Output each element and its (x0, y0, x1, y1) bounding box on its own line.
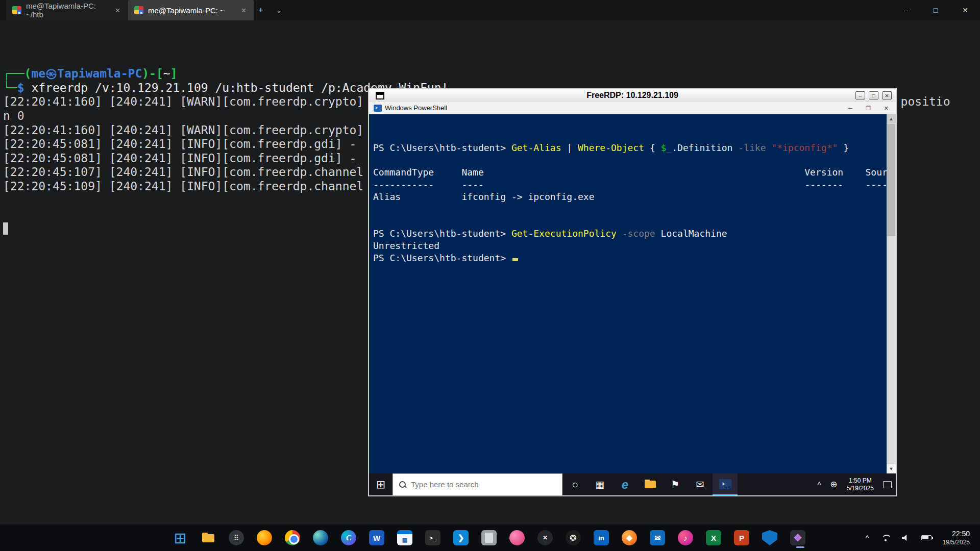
word-glyph: W (373, 534, 380, 542)
volume-icon[interactable] (902, 534, 910, 541)
text-line: PS C:\Users\htb-student> Get-Alias | Whe… (373, 142, 885, 154)
host-taskbar: ⊞⠿CW▦>_❯✕❂in◆✉♪XP❖ ^ 22:50 19/5/2025 (0, 524, 980, 551)
console-lines: PS C:\Users\htb-student> Get-Alias | Whe… (373, 142, 885, 264)
task-view-icon[interactable]: ▦ (587, 473, 612, 495)
music-app-icon[interactable]: ♪ (678, 530, 693, 545)
scroll-up-icon[interactable]: ▲ (887, 114, 896, 123)
edge-browser-icon[interactable]: e (612, 473, 638, 495)
tray-expand-icon[interactable]: ^ (866, 534, 869, 542)
freerdp-window: FreeRDP: 10.129.21.109 – □ ✕ >_ Windows … (368, 88, 897, 496)
active-app-freerdp-glyph: ❖ (793, 532, 802, 544)
host-clock[interactable]: 22:50 19/5/2025 (943, 530, 970, 546)
microsoft-store-icon[interactable]: ⚑ (663, 473, 688, 495)
close-icon[interactable]: ✕ (950, 0, 980, 20)
powershell-title: Windows PowerShell (385, 104, 447, 112)
console-scrollbar[interactable]: ▲ ▼ (887, 114, 896, 473)
app-grid-glyph: ⠿ (234, 534, 239, 542)
minimize-icon[interactable]: – (855, 91, 865, 99)
notification-icon[interactable] (883, 481, 892, 488)
orange-app-icon[interactable]: ◆ (622, 530, 637, 545)
excel-icon[interactable]: X (706, 530, 721, 545)
start-button-icon[interactable]: ⊞ (369, 473, 393, 495)
chrome-icon[interactable] (285, 530, 300, 545)
minimize-icon[interactable]: ─ (848, 105, 852, 111)
obs-studio-glyph: ❂ (570, 533, 576, 543)
powerpoint-icon[interactable]: P (734, 530, 749, 545)
powershell-titlebar[interactable]: >_ Windows PowerShell ─ ❐ ✕ (369, 102, 896, 114)
tab-close-icon[interactable]: ✕ (114, 7, 121, 14)
defender-icon[interactable] (762, 530, 777, 545)
device-tablet-icon[interactable] (481, 530, 497, 545)
host-system-tray: ^ 22:50 19/5/2025 (866, 524, 970, 551)
rdp-clock[interactable]: 1:50 PM 5/19/2025 (847, 477, 874, 492)
rdp-viewport: >_ Windows PowerShell ─ ❐ ✕ PS C:\Users\… (369, 102, 896, 495)
freerdp-window-buttons: – □ ✕ (855, 91, 892, 99)
vscode-glyph: ❯ (458, 533, 464, 542)
tab-htb[interactable]: me@Tapiwamla-PC: ~/htb ✕ (6, 0, 128, 20)
rdp-time: 1:50 PM (849, 477, 872, 484)
text-line: Unrestricted (373, 240, 885, 252)
tab-close-icon[interactable]: ✕ (240, 7, 248, 14)
dark-app-icon[interactable]: ✕ (537, 530, 553, 545)
obs-studio-icon[interactable]: ❂ (566, 530, 581, 545)
rdp-taskbar-icons: ○▦e⚑✉>_ (562, 473, 738, 495)
text-line: Alias ifconfig -> ipconfig.exe (373, 191, 885, 203)
search-input[interactable] (411, 480, 544, 489)
powershell-icon[interactable]: >_ (713, 473, 738, 495)
start-menu-icon[interactable]: ⊞ (173, 530, 188, 545)
text-line: ----------- ---- ------- ------ (373, 179, 885, 191)
host-time: 22:50 (952, 530, 970, 538)
canva-glyph: C (346, 534, 351, 542)
dock-icons: ⊞⠿CW▦>_❯✕❂in◆✉♪XP❖ (173, 524, 805, 551)
wifi-icon[interactable] (880, 534, 891, 542)
minimize-icon[interactable]: – (891, 0, 921, 20)
vscode-icon[interactable]: ❯ (453, 530, 469, 545)
microsoft-store-glyph: ⚑ (671, 479, 679, 490)
powershell-icon: >_ (374, 105, 382, 112)
freerdp-titlebar[interactable]: FreeRDP: 10.129.21.109 – □ ✕ (369, 89, 896, 102)
word-icon[interactable]: W (369, 530, 384, 545)
terminal-tab-bar: me@Tapiwamla-PC: ~/htb ✕ me@Tapiwamla-PC… (0, 0, 980, 20)
outlook-icon[interactable]: ✉ (650, 530, 665, 545)
edge-browser-glyph: e (622, 478, 628, 492)
calendar-glyph: ▦ (402, 537, 407, 543)
text-line: PS C:\Users\htb-student> Get-ExecutionPo… (373, 228, 885, 240)
taskbar-search[interactable] (393, 473, 562, 495)
file-explorer-icon[interactable] (638, 473, 663, 495)
terminal-window-controls: – □ ✕ (891, 0, 980, 20)
cortana-glyph: ○ (572, 479, 578, 491)
network-globe-icon[interactable]: ⊕ (830, 479, 837, 490)
scrollbar-thumb[interactable] (887, 124, 895, 236)
calendar-icon[interactable]: ▦ (397, 530, 412, 545)
canva-icon[interactable]: C (341, 530, 356, 545)
excel-glyph: X (711, 534, 716, 542)
tab-dropdown-button[interactable]: ⌄ (276, 0, 282, 20)
tray-expand-icon[interactable]: ^ (818, 481, 821, 489)
app-grid-icon[interactable]: ⠿ (229, 530, 244, 545)
pink-app-icon[interactable] (509, 530, 525, 545)
file-explorer-icon[interactable] (201, 530, 216, 545)
maximize-icon[interactable]: □ (921, 0, 950, 20)
active-app-freerdp-icon[interactable]: ❖ (790, 530, 805, 545)
orange-app-glyph: ◆ (626, 533, 632, 542)
cortana-icon[interactable]: ○ (562, 473, 587, 495)
powershell-console[interactable]: PS C:\Users\htb-student> Get-Alias | Whe… (369, 114, 896, 473)
maximize-icon[interactable]: □ (869, 91, 878, 99)
new-tab-button[interactable]: + (258, 0, 263, 20)
battery-icon[interactable] (921, 535, 932, 540)
close-icon[interactable]: ✕ (882, 91, 892, 99)
linkedin-icon[interactable]: in (594, 530, 609, 545)
scroll-down-icon[interactable]: ▼ (887, 464, 896, 473)
tab-home[interactable]: me@Tapiwamla-PC: ~ ✕ (128, 0, 254, 20)
terminal-app-icon[interactable]: >_ (425, 530, 440, 545)
close-icon[interactable]: ✕ (884, 105, 889, 112)
firefox-icon[interactable] (257, 530, 272, 545)
window-icon (376, 92, 384, 99)
powershell-window-buttons: ─ ❐ ✕ (848, 102, 889, 114)
text-cursor (3, 222, 8, 235)
task-view-glyph: ▦ (596, 479, 605, 490)
restore-icon[interactable]: ❐ (866, 105, 871, 112)
edge-icon[interactable] (313, 530, 328, 545)
mail-glyph: ✉ (696, 479, 704, 490)
mail-icon[interactable]: ✉ (688, 473, 713, 495)
